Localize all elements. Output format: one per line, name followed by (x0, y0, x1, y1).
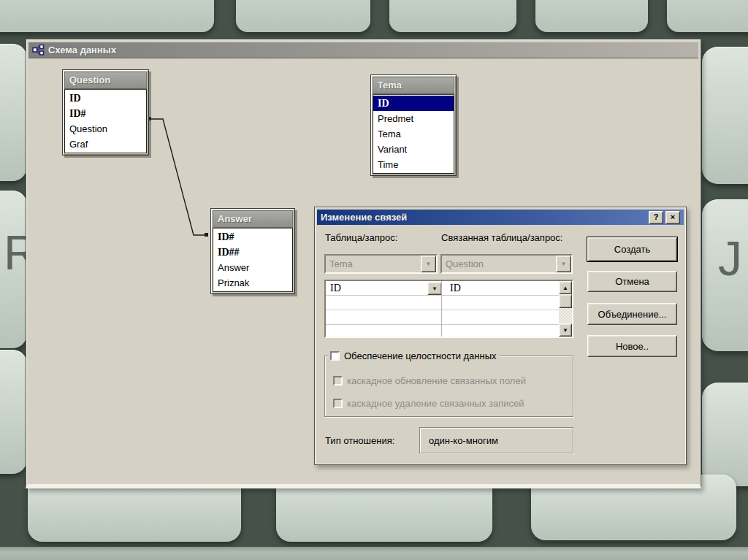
table-question-fields: ID ID# Question Graf (64, 89, 147, 153)
table-answer: Answer ID# ID## Answer Priznak (210, 208, 295, 294)
field-row-selected[interactable]: ID (373, 96, 454, 111)
table-combo[interactable]: Tema ▼ (324, 254, 438, 274)
table-combo-value: Tema (326, 256, 421, 272)
table-answer-fields: ID# ID## Answer Priznak (213, 228, 293, 292)
cascade-delete-checkbox-row[interactable]: каскадное удаление связанных записей (331, 398, 527, 409)
relation-type-box: один-ко-многим (419, 427, 573, 453)
table-query-label: Таблица/запрос: (325, 232, 397, 243)
chevron-down-icon[interactable]: ▼ (556, 256, 571, 272)
dialog-title: Изменение связей (321, 212, 407, 223)
field-row[interactable]: Priznak (213, 275, 292, 291)
field-row[interactable]: Tema (373, 126, 454, 142)
keyboard-key (236, 0, 370, 32)
table-question: Question ID ID# Question Graf (62, 69, 149, 156)
field-row[interactable]: Time (373, 157, 454, 172)
field-row[interactable]: Answer (213, 260, 292, 275)
grid-row[interactable] (326, 325, 572, 339)
edit-relationships-dialog: Изменение связей ? × Таблица/запрос: Свя… (314, 207, 687, 465)
checkbox-icon[interactable] (333, 376, 343, 386)
cascade-delete-label: каскадное удаление связанных записей (347, 398, 524, 409)
grid-row[interactable] (326, 296, 572, 310)
scroll-down-icon[interactable]: ▼ (559, 323, 572, 337)
enforce-integrity-label: Обеспечение целостности данных (344, 350, 497, 361)
join-type-button[interactable]: Объединение... (587, 303, 677, 325)
relation-type-value: один-ко-многим (420, 435, 498, 446)
scrollbar-thumb[interactable] (559, 294, 572, 308)
create-button[interactable]: Создать (587, 237, 677, 261)
close-button[interactable]: × (665, 211, 680, 224)
table-question-header[interactable]: Question (64, 72, 147, 89)
grid-column-divider (441, 281, 442, 337)
field-row[interactable]: ID# (65, 106, 146, 121)
field-row[interactable]: ID (65, 91, 146, 106)
new-button[interactable]: Новое.. (587, 335, 677, 357)
table-tema-header[interactable]: Tema (373, 77, 454, 94)
table-answer-header[interactable]: Answer (213, 210, 293, 228)
related-combo-value: Question (442, 256, 556, 272)
relation-type-label: Тип отношения: (325, 435, 394, 446)
field-row[interactable]: Question (65, 121, 146, 137)
keyboard-key (702, 47, 748, 184)
table-tema-fields: ID Predmet Tema Variant Time (373, 94, 454, 174)
grid-cell-right[interactable]: ID (446, 282, 461, 295)
keyboard-frame-strip (0, 547, 748, 560)
cascade-update-label: каскадное обновление связанных полей (347, 375, 526, 386)
cascade-update-checkbox-row[interactable]: каскадное обновление связанных полей (331, 375, 528, 386)
cancel-button[interactable]: Отмена (587, 271, 677, 292)
grid-cell-left[interactable]: ID (326, 282, 341, 295)
dialog-titlebar[interactable]: Изменение связей ? × (317, 210, 684, 225)
grid-row[interactable] (326, 310, 572, 325)
field-row[interactable]: Variant (373, 142, 454, 157)
chevron-down-icon[interactable]: ▼ (421, 256, 436, 272)
checkbox-icon[interactable] (330, 351, 340, 361)
help-button[interactable]: ? (649, 211, 663, 224)
related-table-query-label: Связанная таблица/запрос: (441, 232, 562, 243)
keycap-letter-r: R (4, 229, 27, 277)
keyboard-key (0, 350, 27, 474)
grid-row[interactable]: ID ▼ ID (326, 281, 572, 296)
keycap-letter-j: J (718, 234, 742, 283)
keyboard-key (0, 44, 27, 181)
keyboard-key (535, 0, 648, 32)
checkbox-icon[interactable] (333, 399, 343, 408)
field-row[interactable]: Graf (65, 137, 146, 152)
keyboard-key: J (702, 199, 748, 351)
enforce-integrity-checkbox-row[interactable]: Обеспечение целостности данных (328, 350, 499, 361)
field-row[interactable]: ID## (213, 245, 292, 260)
table-tema: Tema ID Predmet Tema Variant Time (370, 74, 457, 176)
keyboard-key: R (0, 191, 27, 348)
field-row[interactable]: Predmet (373, 111, 454, 126)
related-table-combo[interactable]: Question ▼ (440, 254, 573, 274)
joined-fields-grid: ID ▼ ID ▲ ▼ (324, 280, 573, 338)
scroll-up-icon[interactable]: ▲ (559, 281, 572, 294)
chevron-down-icon[interactable]: ▼ (427, 282, 442, 295)
keyboard-key (667, 0, 748, 32)
grid-scrollbar[interactable]: ▲ ▼ (559, 281, 572, 337)
keyboard-key (389, 0, 516, 32)
screenshot-root: J R Схема данных (0, 0, 748, 560)
keyboard-key (0, 0, 214, 32)
field-row[interactable]: ID# (213, 229, 292, 245)
keyboard-key (702, 383, 748, 486)
